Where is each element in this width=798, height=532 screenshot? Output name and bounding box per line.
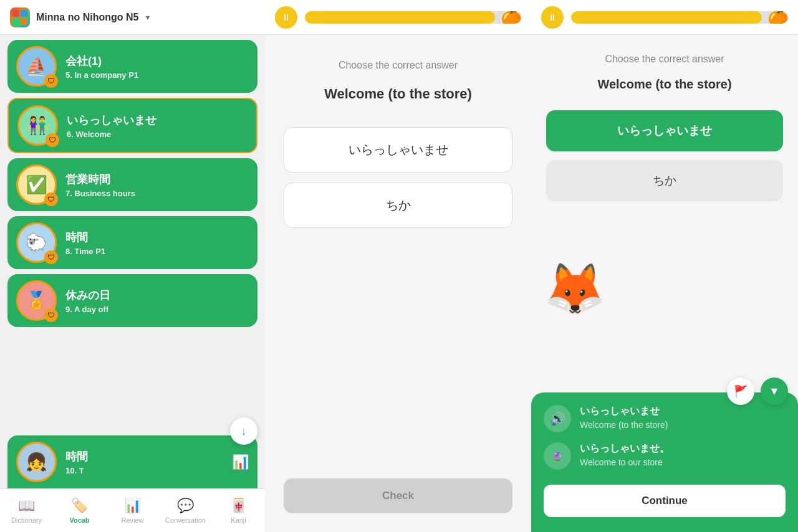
- shield-badge-icon: 🛡: [44, 192, 58, 206]
- lesson-subtitle: 10. T: [65, 466, 223, 475]
- lesson-item[interactable]: ✅ 🛡 営業時間 7. Business hours: [7, 158, 257, 211]
- nav-label-review: Review: [121, 516, 143, 524]
- chevron-down-icon[interactable]: ▾: [146, 13, 150, 22]
- feedback-japanese-2: いらっしゃいませ。: [580, 442, 786, 455]
- nav-item-vocab[interactable]: 🏷️ Vocab: [53, 498, 106, 524]
- lesson-text: 会社(1) 5. In a company P1: [65, 54, 249, 80]
- lesson-text: 休みの日 9. A day off: [65, 288, 249, 314]
- right-pause-button[interactable]: ⏸: [541, 6, 564, 29]
- nav-label-conversation: Conversation: [165, 516, 206, 524]
- feedback-row-1: 🔊 いらっしゃいませ Welcome (to the store): [544, 405, 786, 432]
- flag-button[interactable]: 🚩: [727, 378, 754, 405]
- lesson-subtitle: 8. Time P1: [65, 247, 249, 256]
- lesson-subtitle: 9. A day off: [65, 305, 249, 314]
- translation-icon[interactable]: 🔮: [544, 442, 571, 470]
- lesson-list-container: ⛵ 🛡 会社(1) 5. In a company P1 👫 🛡: [0, 35, 265, 488]
- nav-item-kanji[interactable]: 🀄 Kanji: [212, 498, 265, 524]
- answer-button-1[interactable]: いらっしゃいませ: [284, 127, 512, 173]
- lesson-text: 時間 10. T: [65, 449, 223, 475]
- lesson-title: 時間: [65, 230, 249, 245]
- lesson-avatar-wrap: ⛵ 🛡: [16, 46, 57, 87]
- lesson-subtitle: 6. Welcome: [67, 130, 248, 139]
- right-prompt-label: Choose the correct answer: [605, 54, 724, 65]
- check-area: Check: [265, 466, 531, 532]
- lesson-avatar-wrap: 🐑 🛡: [16, 222, 57, 263]
- lesson-item[interactable]: 🏅 🛡 休みの日 9. A day off: [7, 274, 257, 327]
- lesson-avatar-wrap: 🏅 🛡: [16, 280, 57, 321]
- middle-panel: ⏸ 🍊 Choose the correct answer Welcome (t…: [265, 0, 531, 532]
- lesson-text: いらっしゃいませ 6. Welcome: [67, 113, 248, 139]
- continue-button[interactable]: Continue: [544, 485, 786, 517]
- lesson-avatar-wrap: ✅ 🛡: [16, 164, 57, 205]
- lesson-list: ⛵ 🛡 会社(1) 5. In a company P1 👫 🛡: [0, 35, 265, 435]
- lesson-item[interactable]: ⛵ 🛡 会社(1) 5. In a company P1: [7, 40, 257, 93]
- left-header: Minna no Nihongo N5 ▾: [0, 0, 265, 35]
- app-icon-cell: [21, 10, 27, 17]
- feedback-row-2: 🔮 いらっしゃいませ。 Welcome to our store: [544, 442, 786, 470]
- shield-badge-icon: 🛡: [44, 308, 58, 322]
- lesson-icons: 📊: [232, 454, 249, 470]
- speaker-icon: 🔊: [550, 411, 565, 426]
- dictionary-icon: 📖: [18, 498, 35, 514]
- right-answer-button-2[interactable]: ちか: [546, 160, 783, 201]
- app-icon-cell: [12, 18, 19, 25]
- prompt-label: Choose the correct answer: [339, 60, 458, 71]
- chevron-button[interactable]: ▼: [761, 378, 788, 405]
- pause-icon: ⏸: [282, 12, 291, 22]
- feedback-english-2: Welcome to our store: [580, 457, 786, 467]
- feedback-panel: 🚩 ▼ 🔊 いらっしゃいませ Welcome (to the store) 🔮 …: [531, 392, 798, 532]
- floating-buttons: 🚩 ▼: [727, 378, 788, 405]
- scroll-fab-button[interactable]: ↓: [230, 417, 257, 445]
- lesson-item-partial[interactable]: 👧 時間 10. T 📊: [7, 435, 257, 488]
- lesson-item[interactable]: 🐑 🛡 時間 8. Time P1: [7, 216, 257, 269]
- mascot: 🦊: [544, 264, 612, 333]
- pause-button[interactable]: ⏸: [275, 6, 297, 29]
- kanji-icon: 🀄: [230, 498, 247, 514]
- bottom-nav: 📖 Dictionary 🏷️ Vocab 📊 Review 💬 Convers…: [0, 488, 265, 532]
- app-title: Minna no Nihongo N5: [36, 12, 138, 23]
- app-icon-cell: [21, 18, 27, 25]
- vocab-icon: 🏷️: [71, 498, 88, 514]
- progress-bar: 🍊: [305, 11, 521, 24]
- feedback-text-1: いらっしゃいませ Welcome (to the store): [580, 405, 786, 430]
- chevron-down-icon: ▼: [769, 385, 780, 398]
- left-panel: Minna no Nihongo N5 ▾ ⛵ 🛡 会社(1) 5. In a …: [0, 0, 265, 532]
- lesson-title: 休みの日: [65, 288, 249, 303]
- lesson-text: 営業時間 7. Business hours: [65, 172, 249, 198]
- audio-icon[interactable]: 🔊: [544, 405, 571, 432]
- letter-icon: 🔮: [552, 452, 562, 461]
- right-progress-fruit-icon: 🍊: [767, 11, 788, 24]
- feedback-text-2: いらっしゃいませ。 Welcome to our store: [580, 442, 786, 467]
- progress-fruit-icon: 🍊: [501, 11, 521, 24]
- nav-label-vocab: Vocab: [69, 516, 89, 524]
- lesson-avatar: 👧: [16, 442, 57, 482]
- lesson-title: 会社(1): [65, 54, 249, 69]
- avatar-emoji: ⛵: [26, 56, 47, 77]
- avatar-emoji: 👧: [26, 452, 47, 472]
- answer-button-2[interactable]: ちか: [284, 183, 512, 228]
- nav-item-dictionary[interactable]: 📖 Dictionary: [0, 498, 53, 524]
- shield-badge-icon: 🛡: [46, 133, 59, 147]
- feedback-english-1: Welcome (to the store): [580, 420, 786, 430]
- answer-options: いらっしゃいませ ちか: [284, 127, 512, 228]
- right-header: ⏸ 🍊: [531, 0, 798, 35]
- feedback-japanese-1: いらっしゃいませ: [580, 405, 786, 418]
- right-question-text: Welcome (to the store): [597, 77, 731, 92]
- flag-icon: 🚩: [734, 384, 748, 398]
- right-answer-button-1[interactable]: いらっしゃいませ: [546, 110, 783, 151]
- shield-badge-icon: 🛡: [44, 74, 58, 88]
- lesson-item[interactable]: 👫 🛡 いらっしゃいませ 6. Welcome: [7, 98, 257, 153]
- shield-badge-icon: 🛡: [44, 250, 58, 264]
- nav-item-conversation[interactable]: 💬 Conversation: [159, 498, 212, 524]
- nav-label-kanji: Kanji: [231, 516, 246, 524]
- right-answer-options: いらっしゃいませ ちか: [546, 110, 783, 201]
- avatar-emoji: 🐑: [26, 232, 47, 253]
- lesson-title: いらっしゃいませ: [67, 113, 248, 128]
- mid-content: Choose the correct answer Welcome (to th…: [265, 35, 531, 466]
- right-panel: ⏸ 🍊 Choose the correct answer Welcome (t…: [531, 0, 798, 532]
- nav-item-review[interactable]: 📊 Review: [106, 498, 159, 524]
- check-button[interactable]: Check: [284, 478, 512, 513]
- review-icon: 📊: [124, 498, 141, 514]
- right-progress-bar-fill: [571, 11, 762, 24]
- conversation-icon: 💬: [177, 498, 194, 514]
